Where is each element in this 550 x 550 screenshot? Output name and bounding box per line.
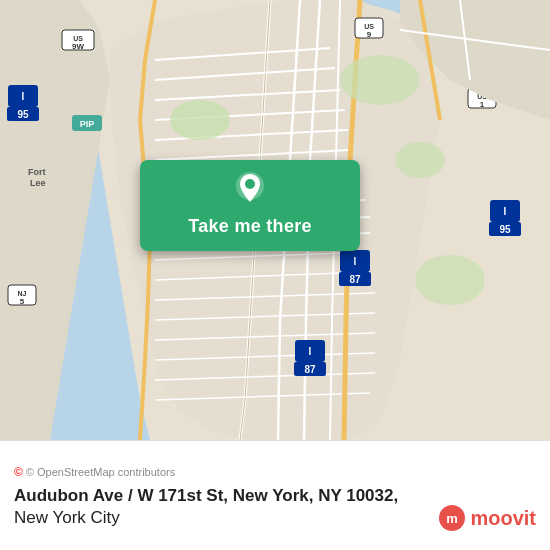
svg-text:I: I bbox=[22, 91, 25, 102]
svg-text:US: US bbox=[73, 35, 83, 42]
svg-text:95: 95 bbox=[17, 109, 29, 120]
svg-text:I: I bbox=[504, 206, 507, 217]
svg-text:I: I bbox=[309, 346, 312, 357]
svg-point-37 bbox=[170, 100, 230, 140]
take-me-there-button[interactable]: Take me there bbox=[140, 160, 360, 251]
svg-text:Fort: Fort bbox=[28, 167, 46, 177]
svg-point-38 bbox=[340, 55, 420, 105]
svg-text:I: I bbox=[354, 256, 357, 267]
bottom-info-bar: © © OpenStreetMap contributors Audubon A… bbox=[0, 440, 550, 550]
svg-text:NJ: NJ bbox=[18, 290, 27, 297]
svg-point-43 bbox=[245, 179, 255, 189]
osm-logo: © bbox=[14, 465, 23, 479]
svg-text:9W: 9W bbox=[72, 42, 84, 51]
svg-text:US: US bbox=[364, 23, 374, 30]
svg-text:87: 87 bbox=[304, 364, 316, 375]
svg-text:m: m bbox=[447, 511, 459, 526]
svg-point-40 bbox=[415, 255, 485, 305]
take-me-there-label: Take me there bbox=[188, 216, 312, 237]
copyright-text: © OpenStreetMap contributors bbox=[26, 466, 175, 478]
svg-text:5: 5 bbox=[20, 297, 25, 306]
moovit-icon: m bbox=[438, 504, 466, 532]
svg-text:Lee: Lee bbox=[30, 178, 46, 188]
svg-text:87: 87 bbox=[349, 274, 361, 285]
location-pin-icon bbox=[230, 170, 270, 210]
svg-text:1: 1 bbox=[480, 100, 485, 109]
moovit-text: moovit bbox=[470, 507, 536, 530]
map-view: I 95 I 95 I 87 I 87 US 9W US 9 US 1 NJ 5 bbox=[0, 0, 550, 440]
moovit-logo: m moovit bbox=[438, 504, 536, 532]
svg-point-39 bbox=[395, 142, 445, 178]
svg-text:9: 9 bbox=[367, 30, 372, 39]
svg-text:PIP: PIP bbox=[80, 119, 95, 129]
copyright-row: © © OpenStreetMap contributors bbox=[14, 465, 536, 479]
svg-text:95: 95 bbox=[499, 224, 511, 235]
